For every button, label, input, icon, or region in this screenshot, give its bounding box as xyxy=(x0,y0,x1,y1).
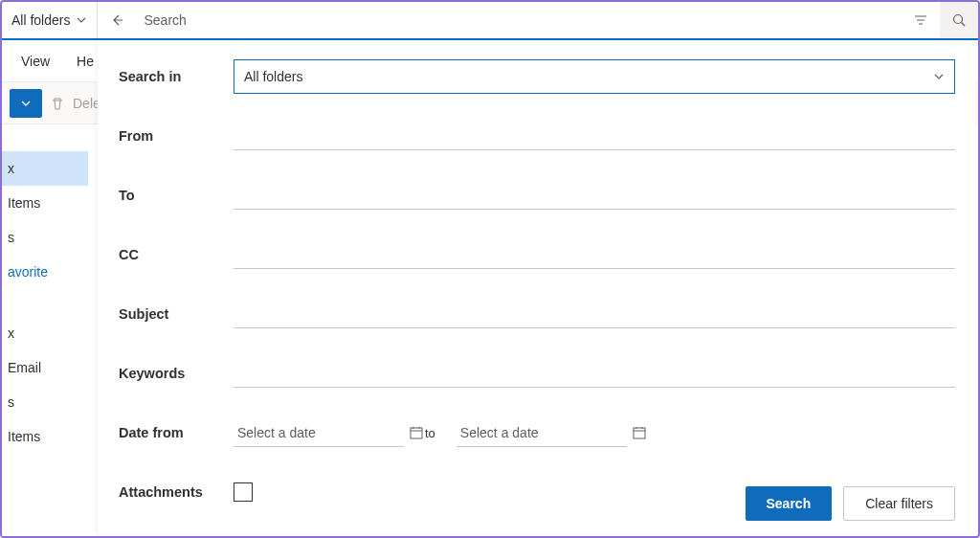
calendar-icon[interactable] xyxy=(632,425,647,440)
search-icon xyxy=(951,12,967,28)
attachments-label: Attachments xyxy=(119,484,234,500)
search-in-value: All folders xyxy=(244,69,302,84)
cc-label: CC xyxy=(119,247,234,262)
svg-rect-2 xyxy=(634,428,645,438)
sidebar-item[interactable]: Items xyxy=(2,186,88,220)
sidebar-item[interactable]: s xyxy=(2,220,88,255)
date-from-field[interactable] xyxy=(234,418,404,447)
search-back-button[interactable] xyxy=(98,2,136,38)
chevron-down-icon xyxy=(20,98,32,109)
search-in-label: Search in xyxy=(119,69,234,84)
date-to-label: to xyxy=(425,426,435,440)
panel-actions: Search Clear filters xyxy=(746,486,956,521)
search-in-select[interactable]: All folders xyxy=(234,59,955,94)
sidebar-item[interactable]: x xyxy=(2,316,88,350)
sidebar-item[interactable]: Email xyxy=(2,350,88,385)
attachments-checkbox[interactable] xyxy=(234,482,253,502)
delete-button-label[interactable]: Dele xyxy=(73,96,100,111)
cc-input[interactable] xyxy=(234,240,955,269)
calendar-icon[interactable] xyxy=(409,425,424,440)
svg-point-0 xyxy=(954,15,963,24)
folder-sidebar: x Items s avorite x Email s Items xyxy=(2,124,88,536)
clear-filters-button[interactable]: Clear filters xyxy=(843,486,955,521)
subject-input[interactable] xyxy=(234,300,955,328)
subject-label: Subject xyxy=(119,306,234,322)
to-input[interactable] xyxy=(234,181,955,210)
search-filter-button[interactable] xyxy=(902,2,940,38)
search-input[interactable] xyxy=(136,2,902,38)
date-to-input[interactable] xyxy=(457,425,632,440)
trash-icon xyxy=(50,96,65,111)
keywords-label: Keywords xyxy=(119,366,234,381)
date-to-field[interactable] xyxy=(457,418,627,447)
sidebar-item[interactable]: Items xyxy=(2,419,88,454)
sidebar-item[interactable]: s xyxy=(2,385,88,419)
search-scope-dropdown[interactable]: All folders xyxy=(2,2,98,38)
new-mail-split-button[interactable] xyxy=(10,89,42,118)
search-submit-button[interactable] xyxy=(940,2,978,38)
search-scope-label: All folders xyxy=(11,12,70,28)
from-label: From xyxy=(119,128,234,144)
to-label: To xyxy=(119,188,234,203)
filter-icon xyxy=(913,12,928,28)
chevron-down-icon xyxy=(933,71,945,82)
sidebar-add-favorite[interactable]: avorite xyxy=(2,255,88,289)
advanced-search-panel: Search in All folders From To CC Subject… xyxy=(98,40,976,534)
arrow-left-icon xyxy=(109,12,124,28)
toolbar-view[interactable]: View xyxy=(21,54,50,69)
keywords-input[interactable] xyxy=(234,359,955,388)
toolbar-help[interactable]: He xyxy=(77,54,94,69)
date-from-input[interactable] xyxy=(234,425,409,440)
search-button[interactable]: Search xyxy=(746,486,833,521)
date-from-label: Date from xyxy=(119,425,234,440)
sidebar-item[interactable]: x xyxy=(2,151,88,186)
from-input[interactable] xyxy=(234,122,955,150)
search-bar: All folders xyxy=(2,2,978,40)
chevron-down-icon xyxy=(76,14,87,26)
svg-rect-1 xyxy=(411,428,422,438)
